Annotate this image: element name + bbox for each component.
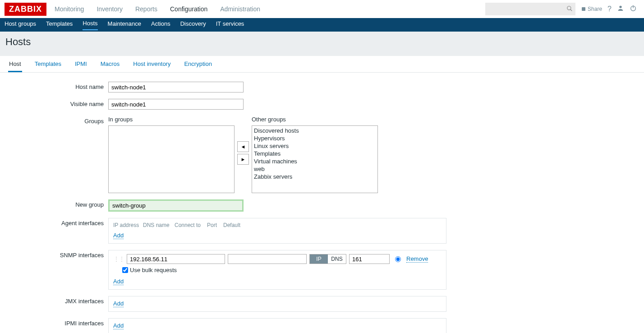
tab-host-inventory[interactable]: Host inventory [132, 56, 171, 72]
subnav-hosts[interactable]: Hosts [83, 20, 97, 30]
bulk-requests-label: Use bulk requests [130, 267, 177, 273]
jmx-interfaces-label: JMX interfaces [5, 296, 108, 305]
list-item[interactable]: Templates [254, 150, 376, 157]
subnav-actions[interactable]: Actions [151, 20, 170, 30]
ipmi-interfaces-label: IPMI interfaces [5, 318, 108, 327]
tab-host[interactable]: Host [8, 56, 22, 72]
host-name-input[interactable] [108, 82, 244, 92]
move-left-button[interactable]: ◄ [237, 141, 249, 152]
topnav-administration[interactable]: Administration [220, 5, 260, 13]
sub-nav: Host groupsTemplatesHostsMaintenanceActi… [0, 18, 644, 32]
connect-ip-button[interactable]: IP [310, 254, 328, 264]
svg-point-0 [567, 6, 571, 10]
jmx-add-link[interactable]: Add [113, 300, 124, 307]
new-group-input[interactable] [108, 199, 244, 212]
snmp-add-link[interactable]: Add [113, 278, 124, 285]
topnav-reports[interactable]: Reports [135, 5, 157, 13]
groups-label: Groups [5, 116, 108, 125]
new-group-label: New group [5, 199, 108, 208]
snmp-interfaces-label: SNMP interfaces [5, 250, 108, 259]
share-button[interactable]: Share [581, 6, 602, 12]
agent-interfaces-label: Agent interfaces [5, 218, 108, 227]
other-groups-listbox[interactable]: Discovered hostsHypervisorsLinux servers… [252, 125, 378, 193]
top-nav: MonitoringInventoryReportsConfigurationA… [55, 5, 485, 13]
list-item[interactable]: Zabbix servers [254, 173, 376, 180]
list-item[interactable]: Discovered hosts [254, 127, 376, 134]
list-item[interactable]: Linux servers [254, 142, 376, 150]
subnav-discovery[interactable]: Discovery [180, 20, 206, 30]
tab-macros[interactable]: Macros [100, 56, 121, 72]
subnav-maintenance[interactable]: Maintenance [108, 20, 141, 30]
bulk-requests-checkbox[interactable] [122, 267, 128, 273]
share-label: Share [588, 6, 602, 12]
visible-name-label: Visible name [5, 99, 108, 107]
list-item[interactable]: Hypervisors [254, 134, 376, 142]
ipmi-add-link[interactable]: Add [113, 322, 124, 329]
tab-templates[interactable]: Templates [34, 56, 62, 72]
search-icon[interactable] [566, 5, 573, 13]
logout-icon[interactable] [630, 5, 637, 14]
svg-line-1 [570, 9, 572, 11]
user-icon[interactable] [617, 5, 624, 14]
in-groups-listbox[interactable] [108, 125, 235, 193]
search-input[interactable] [485, 3, 575, 15]
snmp-remove-link[interactable]: Remove [406, 255, 428, 263]
connect-to-toggle[interactable]: IP DNS [309, 254, 346, 264]
tabs: HostTemplatesIPMIMacrosHost inventoryEnc… [0, 56, 644, 73]
topnav-configuration[interactable]: Configuration [170, 5, 207, 13]
subnav-it-services[interactable]: IT services [216, 20, 244, 30]
subnav-templates[interactable]: Templates [46, 20, 73, 30]
svg-rect-2 [582, 7, 585, 11]
other-groups-label: Other groups [252, 116, 378, 123]
list-item[interactable]: Virtual machines [254, 157, 376, 165]
drag-handle-icon[interactable]: ⋮⋮ [113, 255, 124, 263]
snmp-default-radio[interactable] [395, 256, 401, 262]
help-icon[interactable]: ? [607, 5, 612, 13]
snmp-dns-input[interactable] [228, 254, 307, 264]
list-item[interactable]: web [254, 165, 376, 173]
snmp-ip-input[interactable] [127, 254, 225, 264]
move-right-button[interactable]: ► [237, 154, 249, 165]
visible-name-input[interactable] [108, 99, 244, 110]
agent-iface-header: IP address DNS name Connect to Port Defa… [113, 222, 442, 228]
tab-encryption[interactable]: Encryption [183, 56, 212, 72]
svg-point-3 [619, 6, 621, 8]
connect-dns-button[interactable]: DNS [328, 254, 346, 264]
snmp-port-input[interactable] [349, 254, 390, 264]
logo[interactable]: ZABBIX [5, 3, 46, 16]
in-groups-label: In groups [108, 116, 235, 123]
topnav-inventory[interactable]: Inventory [97, 5, 123, 13]
agent-add-link[interactable]: Add [113, 232, 124, 239]
page-title: Hosts [5, 36, 639, 48]
topnav-monitoring[interactable]: Monitoring [55, 5, 84, 13]
subnav-host-groups[interactable]: Host groups [5, 20, 36, 30]
host-name-label: Host name [5, 82, 108, 90]
tab-ipmi[interactable]: IPMI [74, 56, 88, 72]
